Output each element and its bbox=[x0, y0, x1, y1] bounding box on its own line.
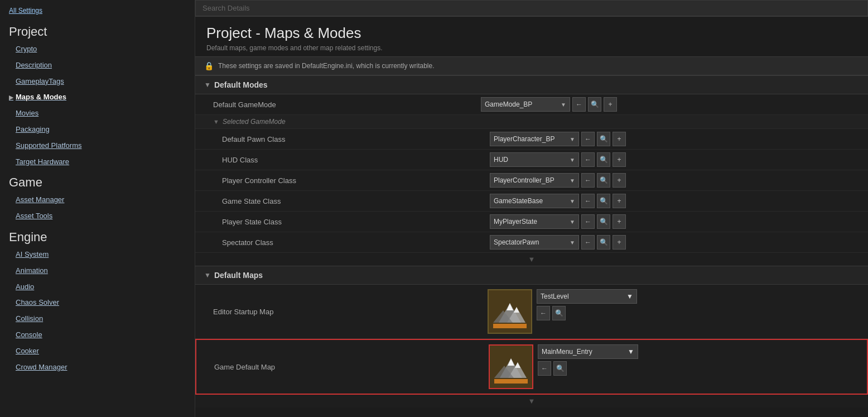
sidebar-item-crypto[interactable]: Crypto bbox=[0, 41, 195, 57]
sidebar-item-audio[interactable]: Audio bbox=[0, 279, 195, 295]
player-state-row: Player State Class MyPlayerState ▼ ← 🔍 + bbox=[195, 212, 868, 232]
player-controller-add-btn[interactable]: + bbox=[613, 173, 626, 188]
mountain-svg-1 bbox=[493, 295, 527, 328]
player-state-control: MyPlayerState ▼ ← 🔍 + bbox=[490, 214, 859, 229]
maps-modes-label: Maps & Modes bbox=[16, 92, 66, 103]
game-default-map-search-btn[interactable]: 🔍 bbox=[553, 361, 567, 376]
spectator-class-label: Spectator Class bbox=[222, 238, 490, 247]
sidebar-item-console[interactable]: Console bbox=[0, 327, 195, 343]
default-pawn-dropdown[interactable]: PlayerCharacter_BP ▼ bbox=[490, 132, 579, 146]
hud-class-control: HUD ▼ ← 🔍 + bbox=[490, 152, 859, 167]
sidebar-item-packaging[interactable]: Packaging bbox=[0, 122, 195, 138]
game-state-value: GameStateBase bbox=[494, 197, 543, 205]
sidebar-item-movies[interactable]: Movies bbox=[0, 106, 195, 122]
player-controller-value: PlayerController_BP bbox=[494, 176, 554, 184]
game-state-dropdown[interactable]: GameStateBase ▼ bbox=[490, 194, 579, 208]
sidebar-item-ai-system[interactable]: AI System bbox=[0, 247, 195, 263]
sidebar-item-animation[interactable]: Animation bbox=[0, 263, 195, 279]
sidebar-item-crowd-manager[interactable]: Crowd Manager bbox=[0, 360, 195, 376]
spectator-class-back-btn[interactable]: ← bbox=[581, 235, 595, 250]
editor-startup-map-dropdown[interactable]: TestLevel ▼ bbox=[537, 289, 637, 304]
game-state-back-btn[interactable]: ← bbox=[581, 194, 595, 208]
player-controller-back-btn[interactable]: ← bbox=[581, 173, 595, 188]
game-default-map-back-btn[interactable]: ← bbox=[538, 361, 551, 376]
editor-startup-map-thumbnail-inner bbox=[489, 290, 531, 333]
player-state-dd-arrow: ▼ bbox=[570, 219, 575, 225]
hud-class-dropdown[interactable]: HUD ▼ bbox=[490, 152, 579, 167]
default-maps-section: ▼ Default Maps Editor Startup Map bbox=[195, 266, 868, 408]
player-controller-search-btn[interactable]: 🔍 bbox=[597, 173, 610, 188]
spectator-class-add-btn[interactable]: + bbox=[613, 235, 626, 250]
all-settings-link[interactable]: All Settings bbox=[0, 4, 195, 19]
spectator-class-value: SpectatorPawn bbox=[494, 238, 539, 246]
spectator-class-dropdown[interactable]: SpectatorPawn ▼ bbox=[490, 235, 579, 250]
sidebar-item-maps-modes[interactable]: ▶ Maps & Modes bbox=[0, 89, 195, 106]
player-state-add-btn[interactable]: + bbox=[613, 214, 626, 229]
editor-startup-map-value: TestLevel bbox=[541, 293, 569, 300]
hud-class-label: HUD Class bbox=[222, 156, 490, 164]
game-state-search-btn[interactable]: 🔍 bbox=[597, 194, 610, 208]
hud-class-value: HUD bbox=[494, 156, 508, 164]
sidebar-item-supported-platforms[interactable]: Supported Platforms bbox=[0, 138, 195, 154]
game-default-map-icon-row: ← 🔍 bbox=[538, 361, 638, 376]
game-default-map-thumbnail[interactable] bbox=[489, 344, 533, 389]
editor-startup-map-icon-row: ← 🔍 bbox=[537, 306, 637, 320]
hud-class-row: HUD Class HUD ▼ ← 🔍 + bbox=[195, 150, 868, 170]
game-state-add-btn[interactable]: + bbox=[613, 194, 626, 208]
selected-gamemode-header[interactable]: ▼ Selected GameMode bbox=[195, 115, 868, 129]
sidebar-section-game: Game bbox=[0, 170, 195, 192]
default-pawn-back-btn[interactable]: ← bbox=[581, 132, 595, 146]
spectator-class-search-btn[interactable]: 🔍 bbox=[597, 235, 610, 250]
editor-startup-map-search-btn[interactable]: 🔍 bbox=[552, 306, 566, 320]
default-pawn-control: PlayerCharacter_BP ▼ ← 🔍 + bbox=[490, 132, 859, 146]
sidebar-item-collision[interactable]: Collision bbox=[0, 311, 195, 327]
sidebar-item-cooker[interactable]: Cooker bbox=[0, 343, 195, 360]
default-maps-collapse-icon: ▼ bbox=[204, 271, 211, 279]
player-state-value: MyPlayerState bbox=[494, 218, 537, 226]
selected-gamemode-label: Selected GameMode bbox=[223, 118, 286, 126]
maps-scroll-indicator: ▼ bbox=[195, 395, 868, 408]
mountain-svg-2 bbox=[494, 350, 528, 384]
game-default-map-control: MainMenu_Entry ▼ ← 🔍 bbox=[489, 344, 638, 389]
player-state-search-btn[interactable]: 🔍 bbox=[597, 214, 610, 229]
sidebar-section-engine: Engine bbox=[0, 224, 195, 247]
spectator-class-row: Spectator Class SpectatorPawn ▼ ← 🔍 + bbox=[195, 232, 868, 253]
default-pawn-search-btn[interactable]: 🔍 bbox=[597, 132, 610, 146]
game-default-map-dropdown[interactable]: MainMenu_Entry ▼ bbox=[538, 344, 638, 359]
sidebar-item-description[interactable]: Description bbox=[0, 57, 195, 74]
page-title-area: Project - Maps & Modes Default maps, gam… bbox=[195, 17, 868, 56]
player-state-dropdown[interactable]: MyPlayerState ▼ bbox=[490, 214, 579, 229]
modes-scroll-indicator: ▼ bbox=[195, 253, 868, 266]
sidebar-item-asset-manager[interactable]: Asset Manager bbox=[0, 192, 195, 208]
default-gamemode-search-btn[interactable]: 🔍 bbox=[588, 97, 601, 112]
sidebar-item-gameplay-tags[interactable]: GameplayTags bbox=[0, 74, 195, 90]
game-default-map-row: Game Default Map bbox=[195, 339, 868, 395]
player-controller-dropdown[interactable]: PlayerController_BP ▼ bbox=[490, 173, 579, 188]
default-maps-header[interactable]: ▼ Default Maps bbox=[195, 266, 868, 285]
game-state-row: Game State Class GameStateBase ▼ ← 🔍 + bbox=[195, 191, 868, 212]
sidebar-item-chaos-solver[interactable]: Chaos Solver bbox=[0, 295, 195, 311]
default-modes-header[interactable]: ▼ Default Modes bbox=[195, 75, 868, 94]
hud-class-back-btn[interactable]: ← bbox=[581, 152, 595, 167]
editor-startup-map-back-btn[interactable]: ← bbox=[537, 306, 550, 320]
game-state-control: GameStateBase ▼ ← 🔍 + bbox=[490, 194, 859, 208]
hud-class-add-btn[interactable]: + bbox=[613, 152, 626, 167]
hud-class-search-btn[interactable]: 🔍 bbox=[597, 152, 610, 167]
default-maps-rows: Editor Startup Map bbox=[195, 285, 868, 408]
default-gamemode-dropdown[interactable]: GameMode_BP ▼ bbox=[481, 97, 570, 112]
editor-startup-map-controls: TestLevel ▼ ← 🔍 bbox=[537, 289, 637, 320]
editor-startup-map-row: Editor Startup Map bbox=[195, 285, 868, 339]
default-pawn-add-btn[interactable]: + bbox=[613, 132, 626, 146]
sidebar-item-asset-tools[interactable]: Asset Tools bbox=[0, 208, 195, 224]
default-gamemode-dd-arrow: ▼ bbox=[561, 102, 566, 108]
search-input[interactable] bbox=[195, 0, 868, 16]
default-gamemode-add-btn[interactable]: + bbox=[604, 97, 617, 112]
default-modes-title: Default Modes bbox=[214, 80, 268, 89]
info-text: These settings are saved in DefaultEngin… bbox=[218, 62, 435, 70]
editor-startup-map-thumbnail[interactable] bbox=[488, 289, 532, 334]
sidebar-item-target-hardware[interactable]: Target Hardware bbox=[0, 154, 195, 170]
player-state-back-btn[interactable]: ← bbox=[581, 214, 595, 229]
page-title: Project - Maps & Modes bbox=[206, 25, 857, 42]
default-gamemode-back-btn[interactable]: ← bbox=[572, 97, 586, 112]
game-default-map-label: Game Default Map bbox=[214, 363, 482, 371]
